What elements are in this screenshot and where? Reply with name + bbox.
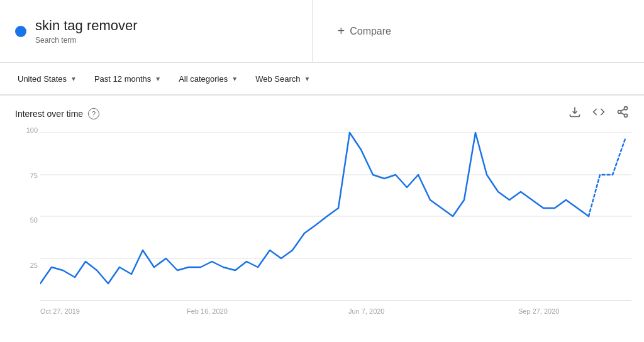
chart-title-area: Interest over time ? [15, 108, 99, 119]
term-color-dot [15, 26, 26, 37]
svg-line-4 [621, 109, 625, 111]
category-label: All categories [179, 74, 228, 84]
chart-header: Interest over time ? [15, 106, 629, 121]
search-type-chevron-icon: ▼ [304, 75, 310, 82]
header: skin tag remover Search term + Compare [0, 0, 644, 63]
compare-section: + Compare [313, 0, 645, 62]
y-label-75: 75 [30, 172, 38, 179]
y-axis-labels: 100 75 50 25 [15, 126, 38, 309]
plus-icon: + [338, 24, 345, 38]
region-filter[interactable]: United States ▼ [10, 70, 84, 87]
chart-container: 100 75 50 25 Oct 27, 2019 Feb 16, 2020 J… [15, 126, 629, 328]
search-term-type: Search term [35, 36, 76, 45]
download-button[interactable] [569, 106, 581, 121]
search-type-filter[interactable]: Web Search ▼ [248, 70, 318, 87]
search-type-label: Web Search [255, 74, 300, 84]
y-label-25: 25 [30, 262, 38, 269]
category-chevron-icon: ▼ [231, 75, 238, 82]
region-chevron-icon: ▼ [70, 75, 77, 82]
svg-line-3 [621, 113, 625, 114]
chart-actions [569, 106, 629, 121]
svg-point-1 [618, 111, 621, 114]
y-label-100: 100 [26, 126, 38, 134]
x-label-jun: Jun 7, 2020 [348, 307, 385, 315]
trend-polyline-dotted [589, 139, 625, 216]
search-term-section: skin tag remover Search term [0, 0, 313, 62]
category-filter[interactable]: All categories ▼ [171, 70, 245, 87]
svg-point-0 [625, 107, 628, 110]
time-label: Past 12 months [94, 74, 151, 84]
x-label-feb: Feb 16, 2020 [187, 307, 228, 315]
region-label: United States [18, 74, 67, 84]
share-button[interactable] [616, 106, 629, 121]
help-icon[interactable]: ? [88, 108, 99, 119]
x-label-sep: Sep 27, 2020 [518, 307, 559, 315]
chart-section: Interest over time ? [0, 96, 644, 328]
embed-button[interactable] [592, 106, 605, 121]
search-term-title: skin tag remover [35, 18, 138, 34]
compare-button[interactable]: + Compare [338, 24, 392, 38]
time-filter[interactable]: Past 12 months ▼ [87, 70, 169, 87]
x-label-oct: Oct 27, 2019 [40, 307, 80, 315]
filters-bar: United States ▼ Past 12 months ▼ All cat… [0, 63, 644, 96]
svg-point-2 [625, 114, 628, 117]
chart-title: Interest over time [15, 109, 83, 119]
search-term-text: skin tag remover Search term [35, 18, 138, 45]
y-label-50: 50 [30, 216, 38, 224]
time-chevron-icon: ▼ [155, 75, 161, 82]
trend-polyline [40, 133, 589, 284]
compare-label: Compare [350, 26, 391, 37]
trend-line-chart: Oct 27, 2019 Feb 16, 2020 Jun 7, 2020 Se… [40, 126, 631, 328]
